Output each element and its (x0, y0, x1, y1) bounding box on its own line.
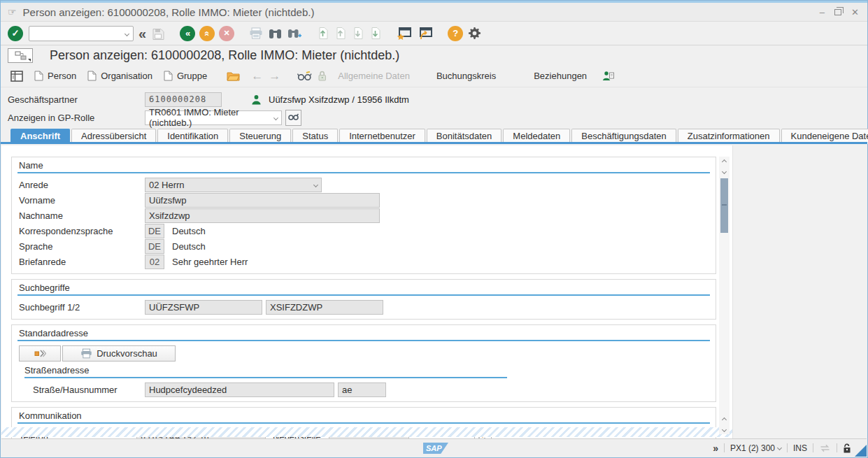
page-title: Person anzeigen: 6100000208, Rolle IMMO:… (50, 48, 399, 63)
partner-name-text: Uüfzsfwp Xsifzdzwp / 15956 Ilkdtm (269, 94, 409, 105)
enter-button[interactable]: ✓ (8, 26, 23, 41)
vorname-row: Vorname Uüfzsfwp (17, 193, 710, 208)
subsection-rule (24, 377, 507, 378)
anrede-row: Anrede 02 Herrn (17, 178, 710, 192)
anrede-dropdown[interactable]: 02 Herrn (145, 178, 322, 192)
role-display-button[interactable] (285, 110, 301, 126)
standardadresse-groupbox: Standardadresse Druckvorschau Straßenadr… (11, 324, 716, 402)
back-button[interactable]: « (180, 26, 195, 41)
scrollbar-thumb[interactable] (720, 178, 728, 233)
section-title: Kommunikation (17, 410, 710, 422)
services-for-object-button[interactable] (8, 48, 33, 63)
person-button[interactable]: Person (31, 68, 79, 85)
address-button-row: Druckvorschau (19, 345, 710, 362)
collapse-command-button[interactable]: « (138, 26, 147, 41)
restore-icon[interactable] (834, 9, 841, 15)
buchungskreis-button[interactable]: Buchungskreis (434, 68, 499, 85)
korrespondenzsprache-label: Korrespondenzsprache (17, 226, 145, 236)
section-rule (17, 422, 710, 424)
scroll-down-icon[interactable] (719, 166, 730, 176)
command-field[interactable] (29, 26, 134, 41)
partner-number-field[interactable]: 6100000208 (145, 92, 222, 107)
window-menu-icon[interactable]: ☞ (8, 6, 17, 17)
cancel-button[interactable]: ✕ (219, 26, 234, 41)
suchbegriff1-field[interactable]: UÜFZSFWP (145, 300, 262, 315)
new-session-button[interactable] (396, 26, 413, 41)
binoculars-icon (269, 28, 282, 39)
save-icon (152, 27, 165, 40)
print-button[interactable] (248, 27, 264, 40)
partner-relationship-button[interactable] (599, 68, 617, 85)
role-row: Anzeigen in GP-Rolle TR0601 IMMO: Mieter… (8, 109, 860, 126)
exit-button[interactable]: « (199, 26, 215, 41)
find-button[interactable] (268, 27, 283, 40)
nachname-field[interactable]: Xsifzdzwp (145, 208, 380, 223)
hausnummer-field[interactable]: ae (338, 382, 386, 397)
close-icon[interactable]: ✕ (851, 8, 859, 17)
arrow-left-icon: ← (251, 70, 263, 82)
find-next-button[interactable] (287, 27, 302, 40)
open-partner-button[interactable] (224, 68, 243, 85)
layout-menu-button[interactable] (467, 26, 482, 41)
services-object-icon (15, 51, 27, 60)
create-shortcut-button[interactable] (417, 26, 434, 41)
address-versions-button[interactable] (19, 345, 61, 362)
suchbegriff2-field[interactable]: XSIFZDZWP (266, 300, 383, 315)
minimize-icon[interactable]: – (820, 8, 825, 17)
druckvorschau-label: Druckvorschau (97, 348, 157, 359)
person-icon (251, 94, 262, 105)
last-page-button[interactable] (369, 26, 382, 41)
page-down-button[interactable] (351, 26, 364, 41)
right-gutter (732, 145, 867, 438)
druckvorschau-button[interactable]: Druckvorschau (62, 345, 176, 362)
vorname-field[interactable]: Uüfzsfwp (145, 193, 380, 208)
page-up-button[interactable] (334, 26, 347, 41)
scroll-down-bottom-icon[interactable] (719, 424, 730, 434)
page-up-icon (334, 27, 346, 40)
window-controls: – ✕ (820, 8, 862, 17)
vertical-scrollbar[interactable] (719, 157, 730, 434)
header-fields: Geschäftspartner 6100000208 Uüfzsfwp Xsi… (1, 87, 867, 125)
scroll-up-bottom-icon[interactable] (719, 415, 730, 424)
page-down-icon (352, 27, 364, 40)
resize-grip[interactable] (855, 445, 867, 457)
glasses-icon (297, 71, 312, 81)
strasse-field[interactable]: Hudpcefcydeedzed (145, 382, 334, 397)
lock-button[interactable] (315, 68, 329, 85)
role-dropdown[interactable]: TR0601 IMMO: Mieter (nichtdeb.) (145, 110, 282, 125)
briefanrede-field[interactable]: 02 (145, 255, 164, 269)
display-change-toggle-button[interactable] (294, 68, 315, 85)
system-info[interactable]: PX1 (2) 300 (730, 443, 781, 453)
next-partner-button[interactable]: → (266, 68, 283, 85)
window-titlebar: ☞ Person anzeigen: 6100000208, Rolle IMM… (1, 3, 867, 22)
sprache-field[interactable]: DE (145, 239, 164, 254)
briefanrede-label: Briefanrede (17, 257, 145, 267)
content-area: Name Anrede 02 Herrn Vorname Uüfzsfwp Na… (1, 145, 867, 438)
anrede-label: Anrede (17, 180, 145, 190)
buchungskreis-label: Buchungskreis (436, 71, 496, 81)
worklist-button[interactable] (8, 68, 26, 85)
allgemeine-daten-button[interactable]: Allgemeine Daten (335, 68, 413, 85)
opera-glasses-icon (288, 113, 299, 122)
save-button[interactable] (151, 27, 166, 41)
printer-icon (80, 348, 92, 359)
sap-logo: SAP (423, 443, 448, 454)
previous-partner-button[interactable]: ← (248, 68, 266, 85)
back-icon: « (185, 28, 190, 38)
section-rule (17, 294, 710, 296)
name-groupbox: Name Anrede 02 Herrn Vorname Uüfzsfwp Na… (11, 157, 716, 274)
help-button[interactable]: ? (448, 26, 463, 41)
beziehungen-button[interactable]: Beziehungen (531, 68, 590, 85)
scroll-up-icon[interactable] (719, 157, 730, 166)
gruppe-button[interactable]: Gruppe (161, 68, 210, 85)
unlocked-icon[interactable] (843, 443, 851, 453)
insert-mode-indicator[interactable]: INS (793, 443, 807, 453)
korrespondenzsprache-field[interactable]: DE (145, 224, 164, 238)
document-icon (34, 71, 43, 81)
sync-icon[interactable] (819, 444, 831, 452)
address-versions-icon (34, 349, 46, 358)
first-page-button[interactable] (316, 26, 329, 41)
status-overflow-icon[interactable]: » (713, 443, 718, 454)
vorname-label: Vorname (17, 195, 145, 206)
organisation-button[interactable]: Organisation (85, 68, 155, 85)
